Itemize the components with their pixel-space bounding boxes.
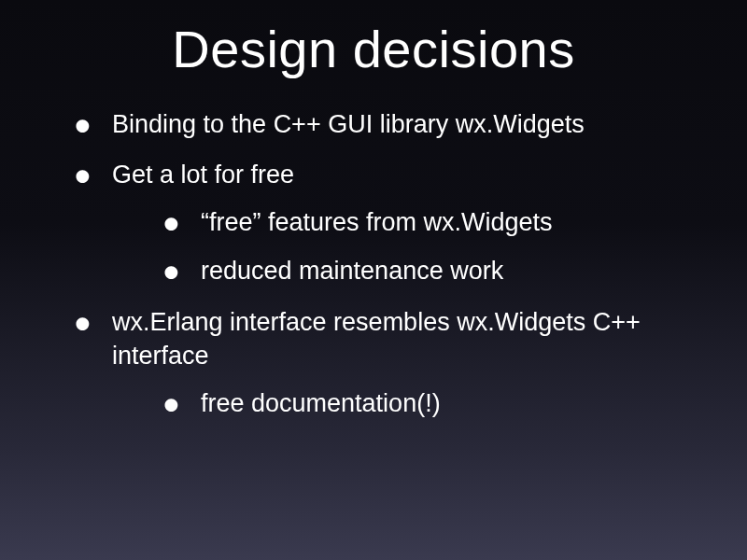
bullet-text: wx.Erlang interface resembles wx.Widgets… bbox=[112, 308, 641, 370]
bullet-list: Binding to the C++ GUI library wx.Widget… bbox=[47, 107, 700, 420]
bullet-text: Binding to the C++ GUI library wx.Widget… bbox=[112, 110, 585, 138]
sub-bullet-item: “free” features from wx.Widgets bbox=[163, 205, 700, 239]
bullet-item: wx.Erlang interface resembles wx.Widgets… bbox=[75, 305, 700, 420]
sub-bullet-item: reduced maintenance work bbox=[163, 254, 700, 287]
slide-title: Design decisions bbox=[47, 19, 700, 79]
sub-bullet-item: free documentation(!) bbox=[163, 386, 700, 420]
bullet-item: Get a lot for free “free” features from … bbox=[75, 158, 700, 287]
sub-bullet-list: “free” features from wx.Widgets reduced … bbox=[112, 205, 700, 288]
sub-bullet-text: “free” features from wx.Widgets bbox=[201, 208, 553, 236]
sub-bullet-list: free documentation(!) bbox=[112, 386, 700, 420]
bullet-text: Get a lot for free bbox=[112, 161, 294, 189]
bullet-item: Binding to the C++ GUI library wx.Widget… bbox=[75, 107, 700, 141]
sub-bullet-text: free documentation(!) bbox=[201, 389, 441, 417]
slide: Design decisions Binding to the C++ GUI … bbox=[0, 0, 747, 560]
sub-bullet-text: reduced maintenance work bbox=[201, 257, 503, 285]
